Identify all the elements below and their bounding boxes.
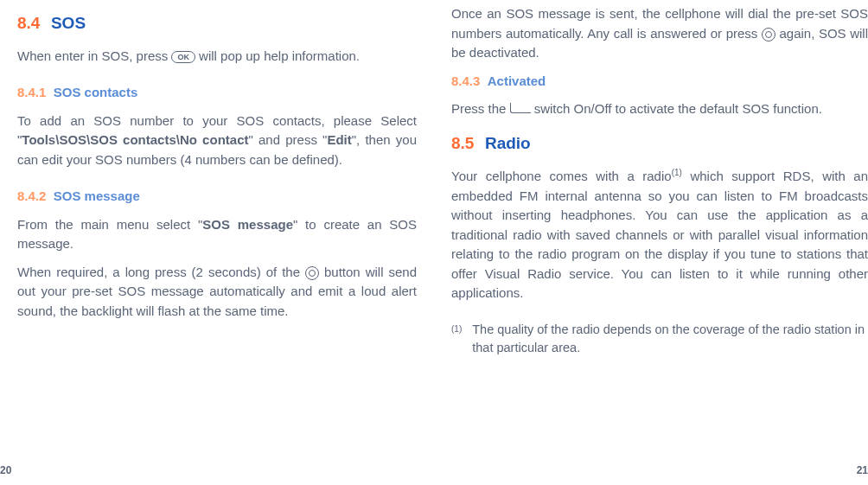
subsection-8.4.1-heading: 8.4.1 SOS contacts [17, 83, 417, 103]
sos-dial-paragraph: Once an SOS message is sent, the cellpho… [451, 4, 868, 63]
sos-button-icon [305, 266, 319, 280]
sos-contacts-paragraph: To add an SOS number to your SOS contact… [17, 112, 417, 170]
sos-message-paragraph-2: When required, a long press (2 seconds) … [17, 263, 417, 322]
edit-bold: Edit [327, 132, 351, 147]
subsection-title: SOS message [54, 188, 140, 203]
ok-button-icon: OK [171, 51, 195, 63]
section-title: Radio [485, 134, 531, 152]
footnote-text: The quality of the radio depends on the … [472, 321, 868, 359]
sos-message-bold: SOS message [202, 217, 293, 232]
section-number: 8.4 [17, 14, 40, 32]
footnote-ref: (1) [672, 168, 682, 177]
text: From the main menu select " [17, 217, 202, 232]
subsection-number: 8.4.2 [17, 188, 46, 203]
subsection-8.4.3-heading: 8.4.3 Activated [451, 72, 868, 92]
sos-message-paragraph-1: From the main menu select "SOS message" … [17, 215, 417, 254]
section-8.5-heading: 8.5 Radio [451, 131, 868, 156]
text: When enter in SOS, press [17, 48, 171, 63]
text: Your cellphone comes with a radio [451, 169, 672, 183]
activated-paragraph: Press the switch On/Off to activate the … [451, 99, 868, 119]
footnote-marker: (1) [451, 321, 462, 359]
switch-icon [510, 103, 531, 113]
radio-paragraph: Your cellphone comes with a radio(1) whi… [451, 166, 868, 303]
left-page: 8.4 SOS When enter in SOS, press OK will… [0, 0, 434, 485]
text: which support RDS, with an embedded FM i… [451, 169, 868, 300]
text: will pop up help information. [195, 48, 360, 63]
page-number: 21 [857, 463, 868, 478]
subsection-number: 8.4.3 [451, 73, 480, 88]
text: When required, a long press (2 seconds) … [17, 265, 305, 279]
sos-button-icon [762, 28, 775, 41]
subsection-number: 8.4.1 [17, 85, 46, 99]
section-number: 8.5 [451, 134, 474, 152]
section-8.4-heading: 8.4 SOS [17, 11, 417, 36]
subsection-title: SOS contacts [54, 85, 138, 99]
subsection-8.4.2-heading: 8.4.2 SOS message [17, 187, 417, 207]
section-title: SOS [51, 14, 86, 32]
menu-path-bold: Tools\SOS\SOS contacts\No contact [22, 132, 248, 147]
right-page: Once an SOS message is sent, the cellpho… [434, 0, 868, 485]
page-number: 20 [0, 463, 11, 478]
text: switch On/Off to activate the default SO… [531, 101, 822, 116]
intro-paragraph: When enter in SOS, press OK will pop up … [17, 47, 417, 67]
text: Press the [451, 101, 510, 116]
footnote: (1) The quality of the radio depends on … [451, 321, 868, 359]
subsection-title: Activated [488, 73, 546, 88]
text: " and press " [248, 132, 327, 147]
